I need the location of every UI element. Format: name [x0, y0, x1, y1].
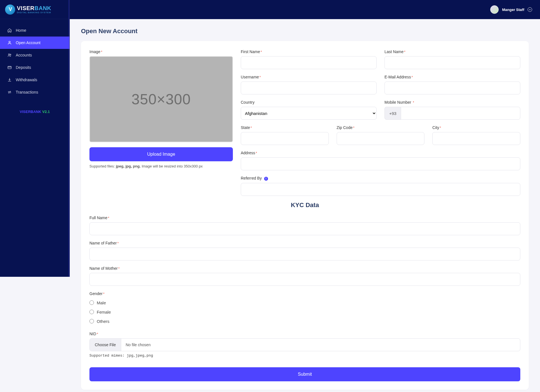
father-input[interactable]	[89, 248, 520, 260]
address-input[interactable]	[241, 157, 520, 170]
required-mark: *	[103, 292, 105, 296]
sidebar-item-open-account[interactable]: Open Account	[0, 37, 69, 49]
sidebar-item-deposits[interactable]: Deposits	[0, 61, 69, 74]
required-mark: *	[108, 216, 109, 220]
radio-male[interactable]	[89, 300, 94, 305]
nav: Home Open Account Accounts Deposits With…	[0, 19, 69, 98]
download-icon	[7, 78, 12, 82]
nid-file-control[interactable]: Choose File No file chosen	[89, 338, 520, 351]
city-label: City*	[432, 125, 520, 130]
label-text: E-Mail Address	[384, 75, 411, 79]
svg-point-2	[10, 54, 11, 55]
required-mark: *	[101, 50, 102, 54]
label-text: Address	[241, 151, 255, 155]
username-label: Username*	[241, 75, 377, 79]
required-mark: *	[117, 241, 119, 245]
avatar[interactable]	[490, 5, 499, 14]
label-text: Name of Mother	[89, 266, 118, 271]
help-suffix: Image will be resized into 350x300 px	[141, 164, 202, 168]
label-text: NID	[89, 332, 96, 336]
gender-option-male[interactable]: Male	[89, 300, 520, 305]
sidebar-item-label: Withdrawals	[16, 78, 37, 82]
file-chosen-text: No file chosen	[121, 343, 155, 347]
sidebar-item-label: Open Account	[16, 40, 40, 45]
username-input[interactable]	[241, 81, 377, 94]
required-mark: *	[411, 75, 413, 79]
full-name-input[interactable]	[89, 222, 520, 235]
sidebar-footer: VISERBANK V2.1	[0, 110, 69, 114]
mother-input[interactable]	[89, 273, 520, 286]
first-name-label: First Name*	[241, 49, 377, 54]
topbar: Manger Staff	[70, 0, 540, 19]
sidebar-item-label: Transactions	[16, 90, 38, 94]
radio-label: Female	[97, 310, 111, 314]
sidebar-item-label: Deposits	[16, 65, 31, 70]
father-label: Name of Father*	[89, 241, 520, 245]
upload-image-button[interactable]: Upload Image	[89, 147, 233, 161]
referred-input[interactable]	[241, 183, 520, 196]
logo: V VISERBANK DIGITAL BANKING SYSTEM	[0, 0, 69, 19]
logo-icon: V	[5, 4, 15, 15]
required-mark: *	[260, 75, 261, 79]
required-mark: *	[353, 126, 354, 130]
mother-label: Name of Mother*	[89, 266, 520, 271]
submit-button[interactable]: Submit	[89, 367, 520, 381]
placeholder-size: 350×300	[132, 91, 191, 108]
country-label: Country	[241, 100, 377, 105]
radio-label: Others	[97, 319, 109, 324]
state-input[interactable]	[241, 132, 329, 145]
last-name-label: Last Name*	[384, 49, 520, 54]
upload-help: Supported files: jpeg, jpg, png. Image w…	[89, 164, 233, 168]
footer-version: V2.1	[41, 110, 50, 114]
label-text: First Name	[241, 49, 260, 54]
city-input[interactable]	[432, 132, 520, 145]
form-card: Image* 350×300 Upload Image Supported fi…	[81, 41, 529, 390]
label-text: City	[432, 125, 439, 130]
radio-female[interactable]	[89, 310, 94, 314]
svg-point-1	[8, 54, 10, 55]
sidebar-item-home[interactable]: Home	[0, 24, 69, 37]
nid-label: NID*	[89, 332, 520, 336]
users-icon	[7, 53, 12, 57]
required-mark: *	[260, 50, 262, 54]
label-text: Referred By	[241, 176, 262, 180]
radio-label: Male	[97, 300, 106, 305]
label-text: Full Name	[89, 216, 107, 220]
mobile-input[interactable]	[401, 107, 520, 120]
radio-others[interactable]	[89, 319, 94, 323]
image-label: Image*	[89, 49, 233, 54]
svg-rect-3	[8, 66, 11, 69]
sidebar-item-transactions[interactable]: Transactions	[0, 86, 69, 98]
first-name-input[interactable]	[241, 56, 377, 69]
gender-option-others[interactable]: Others	[89, 319, 520, 324]
brand-bank: BANK	[35, 5, 51, 11]
last-name-input[interactable]	[384, 56, 520, 69]
referred-label: Referred By i	[241, 176, 520, 181]
sidebar-item-label: Home	[16, 28, 26, 33]
footer-brand: VISERBANK	[20, 110, 41, 114]
label-text: Gender	[89, 291, 103, 296]
dial-code: +93	[384, 107, 401, 120]
email-label: E-Mail Address*	[384, 75, 520, 79]
state-label: State*	[241, 125, 329, 130]
chevron-down-icon[interactable]	[528, 7, 532, 12]
email-input[interactable]	[384, 81, 520, 94]
sidebar-item-label: Accounts	[16, 53, 32, 57]
zip-input[interactable]	[337, 132, 425, 145]
mobile-label: Mobile Number *	[384, 100, 520, 105]
country-select[interactable]: Afghanistan	[241, 107, 377, 120]
kyc-title: KYC Data	[89, 201, 520, 209]
sidebar-item-accounts[interactable]: Accounts	[0, 49, 69, 61]
info-icon[interactable]: i	[264, 177, 268, 181]
label-text: Country	[241, 100, 255, 105]
label-text: Zip Code	[337, 125, 353, 130]
image-preview: 350×300	[89, 56, 233, 142]
gender-option-female[interactable]: Female	[89, 310, 520, 314]
user-name: Manger Staff	[502, 8, 524, 12]
required-mark: *	[251, 126, 252, 130]
required-mark: *	[413, 101, 414, 105]
label-text: Image	[89, 49, 100, 54]
user-icon	[7, 40, 12, 45]
sidebar-item-withdrawals[interactable]: Withdrawals	[0, 74, 69, 86]
choose-file-button[interactable]: Choose File	[90, 339, 121, 351]
